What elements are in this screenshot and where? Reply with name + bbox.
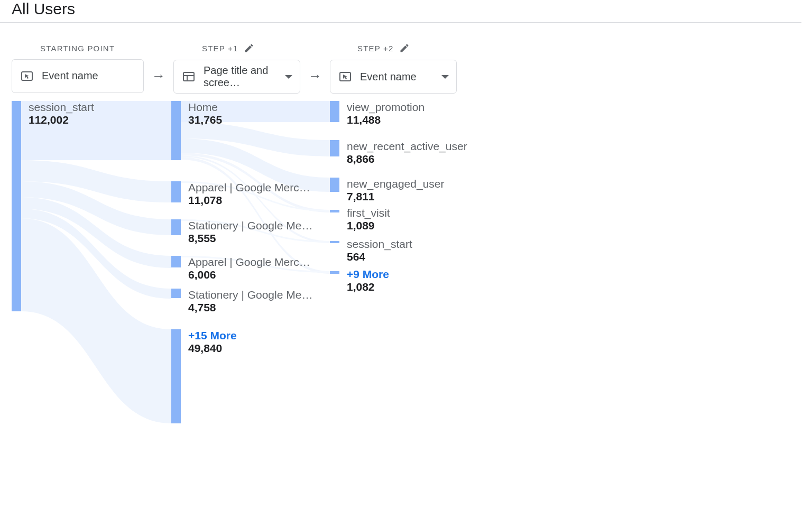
node-apparel-2[interactable]: Apparel | Google Merc… 6,006: [171, 256, 310, 281]
node-label: first_visit 1,089: [347, 207, 468, 232]
node-name: session_start: [347, 238, 468, 251]
node-label: Stationery | Google Me… 4,758: [188, 289, 312, 314]
node-label: new_engaged_user 7,811: [347, 178, 468, 203]
node-count: 8,866: [347, 153, 468, 165]
step2-text: STEP +2: [357, 44, 394, 53]
node-count: 11,488: [347, 114, 468, 126]
node-bar: [330, 271, 339, 274]
step2-selector[interactable]: Event name: [330, 60, 457, 94]
node-name: view_promotion: [347, 101, 468, 114]
node-name: new_recent_active_user: [347, 140, 468, 153]
node-bar: [171, 219, 181, 235]
node-new-recent-active-user[interactable]: new_recent_active_user 8,866: [330, 140, 468, 165]
header-starting-point: STARTING POINT Event name: [12, 44, 144, 93]
arrow-icon: →: [304, 53, 326, 84]
node-bar: [171, 329, 181, 423]
node-bar: [171, 101, 181, 160]
sankey-diagram: session_start 112,002 Home 31,765 Appare…: [12, 101, 812, 439]
chevron-down-icon: [441, 75, 449, 79]
node-step1-more[interactable]: +15 More 49,840: [171, 329, 310, 423]
node-count: 1,082: [347, 281, 468, 293]
node-bar: [12, 101, 21, 311]
node-label: session_start 112,002: [29, 101, 150, 311]
node-name: Home: [188, 101, 310, 114]
node-apparel-1[interactable]: Apparel | Google Merc… 11,078: [171, 181, 310, 207]
header-step1: STEP +1 Page title and scree…: [173, 43, 300, 94]
cursor-icon: [20, 70, 34, 82]
node-session-start[interactable]: session_start 112,002: [12, 101, 150, 311]
node-new-engaged-user[interactable]: new_engaged_user 7,811: [330, 178, 468, 203]
node-home[interactable]: Home 31,765: [171, 101, 310, 160]
starting-point-selector[interactable]: Event name: [12, 59, 144, 93]
node-label: Apparel | Google Merc… 6,006: [188, 256, 310, 281]
cursor-icon: [338, 70, 353, 83]
node-count: 564: [347, 251, 468, 263]
node-session-start-step2[interactable]: session_start 564: [330, 241, 468, 263]
page-title: All Users: [0, 0, 801, 23]
node-count: 49,840: [188, 342, 310, 355]
starting-point-text: STARTING POINT: [40, 44, 115, 53]
node-label: Home 31,765: [188, 101, 310, 160]
pencil-icon[interactable]: [399, 43, 410, 53]
svg-rect-1: [183, 72, 194, 81]
step1-pill-label: Page title and scree…: [204, 64, 278, 89]
node-name: first_visit: [347, 207, 468, 219]
node-bar: [171, 289, 181, 298]
page-icon: [181, 70, 196, 83]
header-step2: STEP +2 Event name: [330, 43, 457, 94]
node-bar: [330, 101, 339, 122]
starting-point-label: STARTING POINT: [12, 44, 144, 53]
node-view-promotion[interactable]: view_promotion 11,488: [330, 101, 468, 126]
column-headers: STARTING POINT Event name → STEP +1: [12, 43, 812, 94]
more-link[interactable]: +9 More: [347, 268, 468, 281]
node-bar: [171, 181, 181, 202]
pencil-icon[interactable]: [244, 43, 254, 53]
node-first-visit[interactable]: first_visit 1,089: [330, 210, 468, 232]
node-label: Stationery | Google Me… 8,555: [188, 219, 312, 245]
node-name: Stationery | Google Me…: [188, 219, 312, 232]
node-label: +9 More 1,082: [347, 268, 468, 293]
node-step2-more[interactable]: +9 More 1,082: [330, 271, 468, 293]
node-count: 8,555: [188, 232, 312, 245]
step1-text: STEP +1: [202, 44, 238, 53]
node-stationery-2[interactable]: Stationery | Google Me… 4,758: [171, 289, 312, 314]
more-link[interactable]: +15 More: [188, 329, 310, 342]
node-label: +15 More 49,840: [188, 329, 310, 423]
node-count: 7,811: [347, 190, 468, 203]
node-bar: [171, 256, 181, 267]
node-name: Apparel | Google Merc…: [188, 181, 310, 194]
node-count: 11,078: [188, 194, 310, 207]
node-name: new_engaged_user: [347, 178, 468, 190]
step2-label: STEP +2: [330, 43, 457, 53]
arrow-icon: →: [148, 53, 169, 84]
node-count: 31,765: [188, 114, 310, 126]
node-bar: [330, 241, 339, 243]
node-bar: [330, 178, 339, 192]
node-count: 6,006: [188, 269, 310, 281]
starting-point-pill-label: Event name: [42, 70, 136, 82]
node-bar: [330, 140, 339, 156]
step2-pill-label: Event name: [360, 71, 434, 83]
node-label: session_start 564: [347, 238, 468, 263]
node-name: session_start: [29, 101, 150, 114]
node-name: Apparel | Google Merc…: [188, 256, 310, 269]
chevron-down-icon: [285, 75, 292, 79]
node-bar: [330, 210, 339, 212]
node-name: Stationery | Google Me…: [188, 289, 312, 301]
node-label: Apparel | Google Merc… 11,078: [188, 181, 310, 207]
node-stationery-1[interactable]: Stationery | Google Me… 8,555: [171, 219, 312, 245]
node-label: view_promotion 11,488: [347, 101, 468, 126]
node-label: new_recent_active_user 8,866: [347, 140, 468, 165]
node-count: 1,089: [347, 219, 468, 232]
node-count: 112,002: [29, 114, 150, 126]
node-count: 4,758: [188, 301, 312, 314]
step1-selector[interactable]: Page title and scree…: [173, 60, 300, 94]
step1-label: STEP +1: [173, 43, 300, 53]
path-exploration: STARTING POINT Event name → STEP +1: [0, 43, 812, 439]
